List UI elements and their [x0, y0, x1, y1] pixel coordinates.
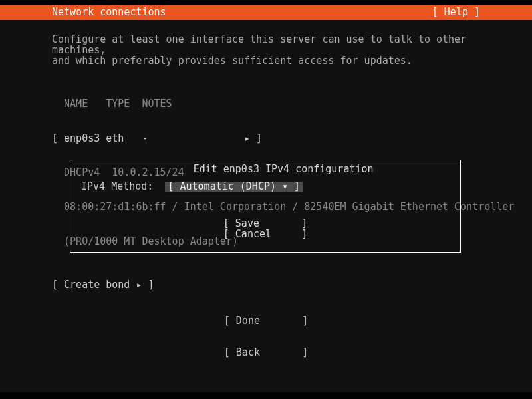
footer-buttons: [ Done ] [ Back ] — [0, 295, 532, 379]
cancel-button[interactable]: [ Cancel ] — [70, 229, 460, 240]
ipv4-method-row: IPv4 Method: [ Automatic (DHCP) ▾ ] — [81, 182, 303, 192]
ipv4-method-dropdown[interactable]: [ Automatic (DHCP) ▾ ] — [165, 182, 303, 192]
table-header: NAME TYPE NOTES — [52, 98, 480, 110]
done-button[interactable]: [ Done ] — [0, 316, 532, 327]
page-title: Network connections — [52, 7, 166, 18]
create-bond-button[interactable]: [ Create bond ▸ ] — [52, 280, 480, 291]
instructions-text: Configure at least one interface this se… — [52, 35, 480, 66]
ipv4-method-label: IPv4 Method: — [81, 182, 165, 192]
help-button[interactable]: [ Help ] — [432, 7, 480, 18]
top-bar: Network connections [ Help ] — [0, 5, 532, 20]
chevron-right-icon: ▸ — [244, 132, 250, 144]
ipv4-config-dialog: Edit enp0s3 IPv4 configuration IPv4 Meth… — [70, 160, 461, 253]
interface-row[interactable]: [ enp0s3 eth - ▸ ] — [52, 133, 480, 144]
back-button[interactable]: [ Back ] — [0, 348, 532, 358]
